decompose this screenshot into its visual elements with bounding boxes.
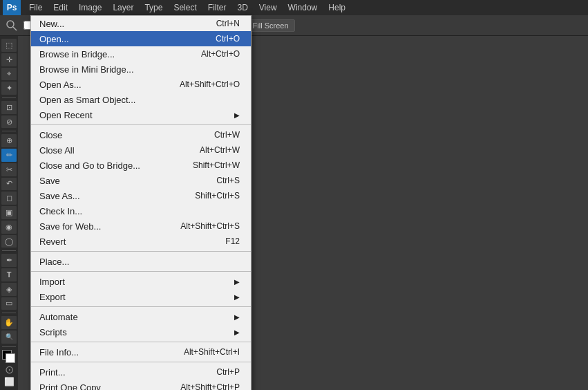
menu-item-print[interactable]: Print... Ctrl+P bbox=[31, 364, 251, 380]
tool-blur[interactable]: ◉ bbox=[1, 221, 17, 234]
menu-item-browse-bridge[interactable]: Browse in Bridge... Alt+Ctrl+O bbox=[31, 46, 251, 62]
menu-item-save[interactable]: Save Ctrl+S bbox=[31, 173, 251, 188]
zoom-tool-icon bbox=[3, 17, 21, 35]
tool-sep-5 bbox=[2, 346, 16, 347]
menu-item-revert[interactable]: Revert F12 bbox=[31, 234, 251, 249]
menu-window[interactable]: Window bbox=[283, 1, 323, 14]
tool-eyedropper[interactable]: ⊘ bbox=[1, 115, 17, 129]
menu-item-place[interactable]: Place... bbox=[31, 254, 251, 269]
tool-sep-2 bbox=[2, 131, 16, 131]
menu-item-open-as[interactable]: Open As... Alt+Shift+Ctrl+O bbox=[31, 77, 251, 92]
tool-brush[interactable]: ✏ bbox=[1, 149, 17, 162]
tool-path[interactable]: ◈ bbox=[1, 283, 17, 296]
menu-edit[interactable]: Edit bbox=[48, 1, 73, 14]
menu-item-print-one-copy[interactable]: Print One Copy Alt+Shift+Ctrl+P bbox=[31, 380, 251, 390]
menu-item-close-go-bridge[interactable]: Close and Go to Bridge... Shift+Ctrl+W bbox=[31, 158, 251, 173]
tool-gradient[interactable]: ▣ bbox=[1, 206, 17, 219]
svg-line-1 bbox=[13, 27, 17, 30]
svg-point-0 bbox=[7, 21, 14, 28]
menu-bar: Ps File Edit Image Layer Type Select Fil… bbox=[0, 0, 588, 15]
tool-shape[interactable]: ▭ bbox=[1, 297, 17, 310]
menu-item-export[interactable]: Export ▶ bbox=[31, 289, 251, 304]
menu-item-save-for-web[interactable]: Save for Web... Alt+Shift+Ctrl+S bbox=[31, 219, 251, 234]
menu-item-open-recent[interactable]: Open Recent ▶ bbox=[31, 107, 251, 122]
menu-item-import[interactable]: Import ▶ bbox=[31, 274, 251, 289]
file-dropdown-menu: New... Ctrl+N Open... Ctrl+O Browse in B… bbox=[30, 15, 252, 390]
menu-filter[interactable]: Filter bbox=[202, 1, 232, 14]
menu-image[interactable]: Image bbox=[73, 1, 107, 14]
screen-mode-icon[interactable]: ⬜ bbox=[3, 377, 15, 387]
menu-item-scripts[interactable]: Scripts ▶ bbox=[31, 324, 251, 340]
tool-zoom[interactable]: 🔍 bbox=[1, 331, 17, 344]
background-color[interactable] bbox=[6, 353, 15, 363]
tool-crop[interactable]: ⊡ bbox=[1, 101, 17, 114]
menu-item-automate[interactable]: Automate ▶ bbox=[31, 309, 251, 324]
menu-select[interactable]: Select bbox=[168, 1, 202, 14]
menu-item-open-smart-object[interactable]: Open as Smart Object... bbox=[31, 92, 251, 107]
tools-panel: ⬚ ✛ ⌖ ✦ ⊡ ⊘ ⊕ ✏ ✂ ↶ ◻ ▣ ◉ ◯ ✒ T ◈ ▭ ✋ 🔍 … bbox=[0, 36, 18, 390]
menu-item-check-in[interactable]: Check In... bbox=[31, 203, 251, 219]
dropdown-sep-5 bbox=[31, 342, 251, 342]
menu-file[interactable]: File bbox=[23, 1, 48, 14]
dropdown-sep-3 bbox=[31, 271, 251, 272]
tool-eraser[interactable]: ◻ bbox=[1, 192, 17, 205]
dropdown-sep-2 bbox=[31, 251, 251, 252]
tool-type[interactable]: T bbox=[1, 268, 17, 281]
quick-mask-icon[interactable]: ⊙ bbox=[3, 363, 15, 375]
tool-sep-1 bbox=[2, 98, 16, 98]
dropdown-sep-1 bbox=[31, 124, 251, 125]
menu-item-close[interactable]: Close Ctrl+W bbox=[31, 127, 251, 142]
dropdown-sep-4 bbox=[31, 306, 251, 307]
menu-item-close-all[interactable]: Close All Alt+Ctrl+W bbox=[31, 142, 251, 158]
tool-clone[interactable]: ✂ bbox=[1, 163, 17, 176]
tool-hand[interactable]: ✋ bbox=[1, 316, 17, 329]
foreground-color-swatch[interactable] bbox=[2, 350, 16, 362]
tool-lasso[interactable]: ⌖ bbox=[1, 68, 17, 81]
tool-spot-heal[interactable]: ⊕ bbox=[1, 134, 17, 147]
tool-magic-wand[interactable]: ✦ bbox=[1, 82, 17, 95]
tool-sep-3 bbox=[2, 250, 16, 251]
tool-history[interactable]: ↶ bbox=[1, 178, 17, 191]
tool-sep-4 bbox=[2, 313, 16, 313]
menu-item-new[interactable]: New... Ctrl+N bbox=[31, 16, 251, 31]
menu-layer[interactable]: Layer bbox=[107, 1, 139, 14]
app-logo: Ps bbox=[3, 0, 21, 15]
tool-pen[interactable]: ✒ bbox=[1, 254, 17, 267]
tool-dodge[interactable]: ◯ bbox=[1, 235, 17, 248]
tool-marquee[interactable]: ⬚ bbox=[1, 39, 17, 52]
menu-3d[interactable]: 3D bbox=[231, 1, 253, 14]
menu-view[interactable]: View bbox=[254, 1, 283, 14]
menu-item-save-as[interactable]: Save As... Shift+Ctrl+S bbox=[31, 188, 251, 203]
menu-item-browse-mini-bridge[interactable]: Browse in Mini Bridge... bbox=[31, 62, 251, 77]
tool-move[interactable]: ✛ bbox=[1, 53, 17, 66]
menu-type[interactable]: Type bbox=[139, 1, 168, 14]
menu-help[interactable]: Help bbox=[323, 1, 351, 14]
menu-item-open[interactable]: Open... Ctrl+O bbox=[31, 31, 251, 46]
dropdown-sep-6 bbox=[31, 362, 251, 362]
menu-item-file-info[interactable]: File Info... Alt+Shift+Ctrl+I bbox=[31, 344, 251, 360]
fill-screen-button[interactable]: Fill Screen bbox=[247, 19, 295, 32]
